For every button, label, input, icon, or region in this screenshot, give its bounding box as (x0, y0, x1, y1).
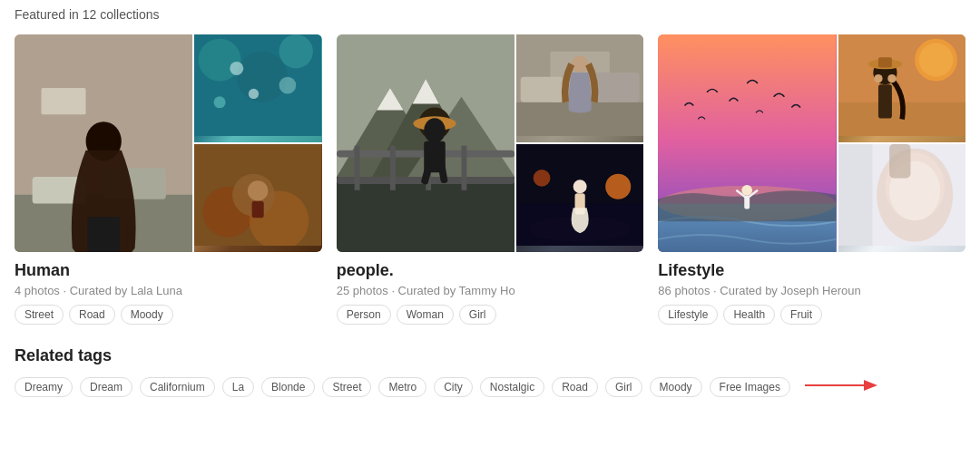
tag-girl[interactable]: Girl (459, 305, 496, 325)
svg-rect-66 (878, 57, 892, 67)
related-tags-section: Related tags Dreamy Dream Californium La… (15, 346, 965, 398)
lifestyle-collection-meta: 86 photos · Curated by Joseph Heroun (658, 284, 965, 297)
tag-girl-related[interactable]: Girl (605, 377, 642, 397)
svg-rect-76 (838, 144, 872, 246)
tag-metro[interactable]: Metro (378, 377, 426, 397)
svg-rect-44 (593, 73, 639, 102)
svg-point-49 (605, 174, 631, 199)
people-collection-name: people. (337, 261, 644, 280)
people-bottom-image (516, 144, 643, 252)
human-collection-name: Human (15, 261, 322, 280)
human-collection-meta: 4 photos · Curated by Lala Luna (15, 284, 322, 297)
lifestyle-main-image (658, 34, 836, 252)
tag-dream[interactable]: Dream (80, 377, 132, 397)
svg-point-69 (887, 74, 896, 83)
human-tags-row: Street Road Moody (15, 305, 322, 325)
tag-city[interactable]: City (434, 377, 473, 397)
tag-free-images[interactable]: Free Images (710, 377, 790, 397)
people-tags-row: Person Woman Girl (337, 305, 644, 325)
svg-rect-75 (889, 144, 910, 178)
tag-woman[interactable]: Woman (397, 305, 454, 325)
svg-point-51 (573, 180, 587, 193)
svg-rect-33 (461, 146, 466, 190)
collection-card-people[interactable]: people. 25 photos · Curated by Tammy Ho … (337, 34, 644, 325)
tag-road[interactable]: Road (69, 305, 115, 325)
tag-health[interactable]: Health (723, 305, 775, 325)
svg-point-45 (572, 55, 589, 73)
lifestyle-collection-name: Lifestyle (658, 261, 965, 280)
svg-point-50 (534, 170, 551, 187)
svg-rect-20 (252, 201, 264, 219)
tag-road-related[interactable]: Road (552, 377, 598, 397)
svg-point-13 (279, 77, 297, 94)
collection-card-human[interactable]: Human 4 photos · Curated by Lala Luna St… (15, 34, 322, 325)
lifestyle-tags-row: Lifestyle Health Fruit (658, 305, 965, 325)
svg-rect-6 (88, 217, 120, 252)
tag-nostalgic[interactable]: Nostalgic (480, 377, 544, 397)
svg-point-19 (248, 180, 268, 200)
tag-street[interactable]: Street (15, 305, 64, 325)
svg-point-9 (237, 52, 288, 102)
tag-street-related[interactable]: Street (322, 377, 371, 397)
svg-point-11 (230, 62, 244, 75)
svg-rect-31 (390, 146, 396, 190)
arrow-indicator (805, 376, 877, 398)
tag-californium[interactable]: Californium (140, 377, 215, 397)
svg-rect-30 (354, 146, 359, 190)
svg-point-68 (874, 74, 882, 83)
people-top-image (516, 34, 643, 142)
tag-lifestyle[interactable]: Lifestyle (658, 305, 718, 325)
svg-point-36 (424, 118, 446, 142)
people-main-image (337, 34, 514, 252)
featured-title: Featured in 12 collections (15, 7, 965, 22)
tag-moody-related[interactable]: Moody (650, 377, 702, 397)
svg-point-14 (214, 96, 226, 108)
tag-moody[interactable]: Moody (121, 305, 173, 325)
svg-rect-67 (878, 84, 892, 118)
tag-blonde[interactable]: Blonde (261, 377, 315, 397)
related-tags-row: Dreamy Dream Californium La Blonde Stree… (15, 376, 965, 398)
tag-fruit[interactable]: Fruit (780, 305, 822, 325)
collection-card-lifestyle[interactable]: Lifestyle 86 photos · Curated by Joseph … (658, 34, 965, 325)
tag-dreamy[interactable]: Dreamy (15, 377, 73, 397)
human-bottom-image (194, 144, 321, 252)
svg-point-12 (249, 89, 259, 99)
tag-person[interactable]: Person (337, 305, 391, 325)
people-collection-meta: 25 photos · Curated by Tammy Ho (337, 284, 644, 297)
lifestyle-top-image (838, 34, 965, 142)
svg-marker-78 (864, 380, 877, 391)
svg-point-56 (742, 185, 753, 196)
related-tags-title: Related tags (15, 346, 965, 365)
tag-la[interactable]: La (222, 377, 254, 397)
lifestyle-bottom-image (838, 144, 965, 252)
svg-rect-43 (521, 77, 564, 102)
svg-rect-4 (41, 88, 85, 114)
svg-point-10 (279, 34, 313, 68)
collections-grid: Human 4 photos · Curated by Lala Luna St… (15, 34, 965, 325)
human-main-image (15, 34, 192, 252)
human-top-image (194, 34, 321, 142)
